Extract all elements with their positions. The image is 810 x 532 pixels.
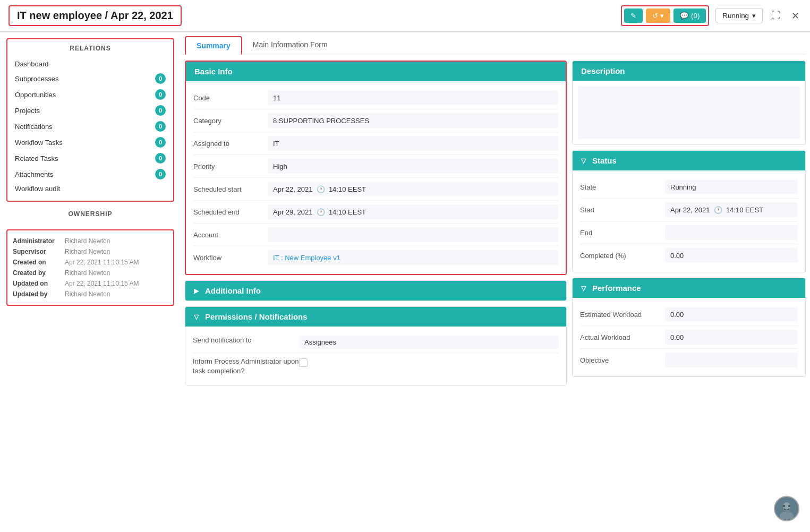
field-account: Account <box>193 224 558 246</box>
comment-icon: 💬 <box>680 12 689 20</box>
avatar[interactable] <box>774 496 799 521</box>
basic-info-body: Code 11 Category 8.SUPPORTING PROCESSES … <box>186 81 566 274</box>
sidebar-item-workflow-audit[interactable]: Workflow audit <box>13 182 168 195</box>
label-assigned-to: Assigned to <box>193 140 268 148</box>
header-buttons: ✎ ↺ ▾ 💬 (0) <box>621 5 709 26</box>
permissions-body: Send notification to Assignees Inform Pr… <box>185 327 566 385</box>
additional-info-section: ▶ Additional Info <box>185 280 567 301</box>
field-category: Category 8.SUPPORTING PROCESSES <box>193 109 558 132</box>
ownership-section: Administrator Richard Newton Supervisor … <box>6 229 174 306</box>
perf-label-objective: Objective <box>580 356 665 364</box>
performance-title: Performance <box>592 284 641 293</box>
perm-label-inform: Inform Process Administrator upon task c… <box>193 357 299 376</box>
sidebar-item-attachments[interactable]: Attachments 0 <box>13 166 168 182</box>
status-section: ▽ Status State Running Start Apr 22, 202… <box>572 150 806 272</box>
field-priority: Priority High <box>193 155 558 178</box>
badge-subprocesses: 0 <box>155 73 166 84</box>
sidebar-label-workflow-audit: Workflow audit <box>15 185 60 193</box>
value-code: 11 <box>268 90 558 105</box>
description-header: Description <box>573 61 805 81</box>
sidebar-item-workflow-tasks[interactable]: Workflow Tasks 0 <box>13 134 168 150</box>
close-icon: ✕ <box>791 11 799 21</box>
status-label-state: State <box>580 183 665 191</box>
permissions-header[interactable]: ▽ Permissions / Notifications <box>185 307 566 327</box>
perm-checkbox-inform[interactable] <box>299 358 308 367</box>
value-account <box>268 227 558 242</box>
status-row-end: End <box>580 221 798 244</box>
badge-workflow-tasks: 0 <box>155 137 166 148</box>
ownership-key-created-by: Created by <box>13 269 61 277</box>
performance-header[interactable]: ▽ Performance <box>573 278 805 298</box>
relations-section: RELATIONS Dashboard Subprocesses 0 Oppor… <box>6 38 174 202</box>
ownership-val-updated-by: Richard Newton <box>65 290 110 298</box>
status-row-state: State Running <box>580 176 798 199</box>
refresh-icon: ↺ <box>652 12 658 20</box>
additional-info-title: Additional Info <box>205 286 261 295</box>
ownership-row-created-by: Created by Richard Newton <box>13 268 168 278</box>
badge-attachments: 0 <box>155 169 166 179</box>
edit-button[interactable]: ✎ <box>624 8 643 23</box>
status-button[interactable]: Running ▾ <box>715 8 763 23</box>
status-label: Running <box>722 12 749 20</box>
avatar-image <box>776 498 797 519</box>
label-code: Code <box>193 94 268 102</box>
description-section: Description <box>572 61 806 145</box>
fullscreen-icon: ⛶ <box>771 10 781 21</box>
permissions-section: ▽ Permissions / Notifications Send notif… <box>185 306 567 385</box>
sidebar-item-related-tasks[interactable]: Related Tasks 0 <box>13 150 168 166</box>
status-body: State Running Start Apr 22, 2021 🕐 14:10… <box>573 170 805 272</box>
tabs: Summary Main Information Form <box>185 32 806 55</box>
sidebar-label-attachments: Attachments <box>15 170 53 178</box>
ownership-row-updated-on: Updated on Apr 22, 2021 11:10:15 AM <box>13 278 168 289</box>
sidebar-item-opportunities[interactable]: Opportunities 0 <box>13 87 168 102</box>
header: IT new employee / Apr 22, 2021 ✎ ↺ ▾ 💬 (… <box>0 0 810 32</box>
label-category: Category <box>193 117 268 125</box>
sidebar-item-projects[interactable]: Projects 0 <box>13 102 168 118</box>
sidebar-item-notifications[interactable]: Notifications 0 <box>13 118 168 134</box>
sidebar-item-subprocesses[interactable]: Subprocesses 0 <box>13 71 168 87</box>
perf-row-actual: Actual Workload 0.00 <box>580 326 798 349</box>
permissions-title: Permissions / Notifications <box>205 312 308 321</box>
status-collapse-icon: ▽ <box>581 157 586 165</box>
ownership-val-updated-on: Apr 22, 2021 11:10:15 AM <box>65 280 139 287</box>
status-value-state: Running <box>665 179 798 194</box>
relations-title: RELATIONS <box>13 45 168 52</box>
field-scheduled-end: Scheduled end Apr 29, 2021 🕐 14:10 EEST <box>193 201 558 224</box>
status-row-completed: Completed (%) 0.00 <box>580 244 798 267</box>
status-value-end <box>665 225 798 240</box>
sidebar-label-dashboard: Dashboard <box>15 60 49 68</box>
status-row-start: Start Apr 22, 2021 🕐 14:10 EEST <box>580 199 798 221</box>
label-scheduled-end: Scheduled end <box>193 208 268 216</box>
basic-info-title: Basic Info <box>194 67 233 76</box>
description-area[interactable] <box>578 86 800 139</box>
status-header[interactable]: ▽ Status <box>573 151 805 170</box>
main-container: IT new employee / Apr 22, 2021 ✎ ↺ ▾ 💬 (… <box>0 0 810 532</box>
status-label-end: End <box>580 229 665 237</box>
status-title: Status <box>592 156 617 165</box>
label-account: Account <box>193 231 268 239</box>
close-button[interactable]: ✕ <box>789 8 802 24</box>
perm-row-inform: Inform Process Administrator upon task c… <box>193 353 559 380</box>
permissions-collapse-icon: ▽ <box>194 313 199 321</box>
ownership-key-updated-on: Updated on <box>13 280 61 287</box>
tab-summary[interactable]: Summary <box>185 36 242 55</box>
badge-opportunities: 0 <box>155 89 166 100</box>
additional-info-header[interactable]: ▶ Additional Info <box>185 281 566 301</box>
sidebar-item-dashboard[interactable]: Dashboard <box>13 57 168 71</box>
refresh-button[interactable]: ↺ ▾ <box>646 8 670 23</box>
tab-main-info[interactable]: Main Information Form <box>242 36 338 55</box>
comment-button[interactable]: 💬 (0) <box>673 8 706 23</box>
status-label-start: Start <box>580 206 665 214</box>
ownership-val-created-on: Apr 22, 2021 11:10:15 AM <box>65 259 139 266</box>
status-value-completed: 0.00 <box>665 248 798 263</box>
ownership-title: OWNERSHIP <box>6 210 174 218</box>
sidebar-label-opportunities: Opportunities <box>15 91 56 99</box>
value-workflow[interactable]: IT : New Employee v1 <box>268 250 558 265</box>
ownership-row-updated-by: Updated by Richard Newton <box>13 289 168 299</box>
field-workflow: Workflow IT : New Employee v1 <box>193 246 558 269</box>
fullscreen-button[interactable]: ⛶ <box>769 8 783 23</box>
ownership-row-supervisor: Supervisor Richard Newton <box>13 246 168 257</box>
basic-info-header: Basic Info <box>186 62 566 81</box>
sidebar-label-workflow-tasks: Workflow Tasks <box>15 139 63 147</box>
label-priority: Priority <box>193 162 268 170</box>
